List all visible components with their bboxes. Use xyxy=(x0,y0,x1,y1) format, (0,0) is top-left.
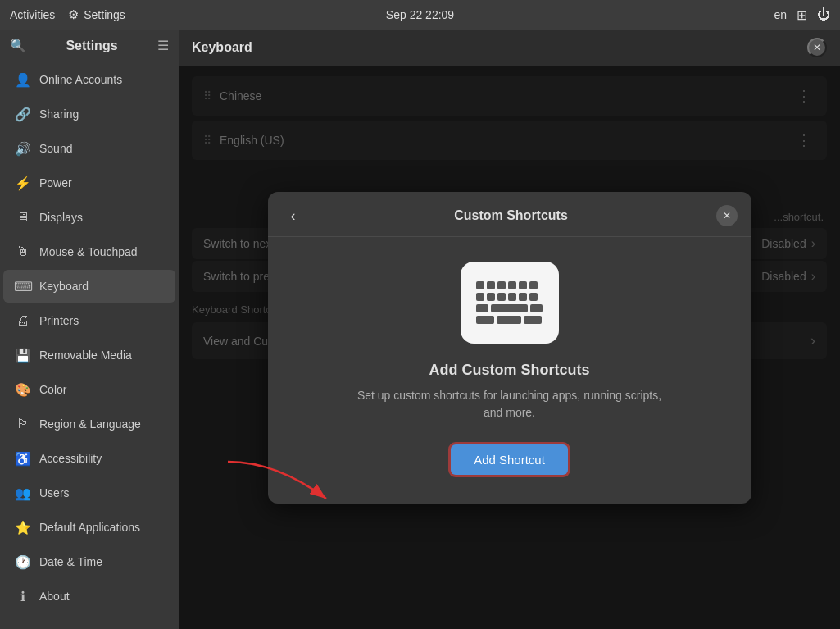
arrow-svg xyxy=(211,454,375,519)
dialog-close-button[interactable]: ✕ xyxy=(716,205,738,226)
sidebar-item-label: Default Applications xyxy=(39,521,140,534)
sidebar-title: Settings xyxy=(66,39,117,53)
dialog-description: Set up custom shortcuts for launching ap… xyxy=(354,387,665,422)
sidebar-item-region-language[interactable]: 🏳 Region & Language xyxy=(3,408,175,440)
content-area: Keyboard ✕ ⠿ Chinese ⋮ ⠿ English (US) ⋮ xyxy=(179,30,840,629)
sidebar-item-label: About xyxy=(39,590,70,603)
sidebar-item-label: Keyboard xyxy=(39,280,89,293)
sidebar-item-mouse-touchpad[interactable]: 🖱 Mouse & Touchpad xyxy=(3,235,175,268)
sidebar-item-label: Power xyxy=(39,176,72,189)
dialog-header: ‹ Custom Shortcuts ✕ xyxy=(268,192,751,237)
add-shortcut-button[interactable]: Add Shortcut xyxy=(451,444,568,475)
power-icon[interactable]: ⏻ xyxy=(817,7,830,22)
topbar-datetime: Sep 22 22:09 xyxy=(386,8,454,21)
dialog-heading: Add Custom Shortcuts xyxy=(429,362,590,379)
dialog-back-button[interactable]: ‹ xyxy=(281,203,306,228)
arrow-annotation xyxy=(211,454,375,522)
sidebar-item-displays[interactable]: 🖥 Displays xyxy=(3,201,175,234)
keyboard-icon: ⌨ xyxy=(15,278,31,294)
region-icon: 🏳 xyxy=(15,416,31,432)
main-layout: 🔍 Settings ☰ 👤 Online Accounts 🔗 Sharing… xyxy=(0,30,840,629)
content-body: ⠿ Chinese ⋮ ⠿ English (US) ⋮ ...shortcut… xyxy=(179,66,840,629)
default-apps-icon: ⭐ xyxy=(15,519,31,536)
sidebar-item-label: Users xyxy=(39,486,70,499)
content-header: Keyboard ✕ xyxy=(179,30,840,66)
color-icon: 🎨 xyxy=(15,381,31,398)
sidebar-item-label: Online Accounts xyxy=(39,73,122,86)
sidebar-item-about[interactable]: ℹ About xyxy=(3,580,175,613)
svg-rect-16 xyxy=(497,316,521,324)
online-accounts-icon: 👤 xyxy=(15,71,31,88)
topbar-lang: en xyxy=(774,8,787,21)
sidebar-item-label: Sharing xyxy=(39,107,79,121)
menu-icon[interactable]: ☰ xyxy=(157,38,169,53)
printers-icon: 🖨 xyxy=(15,312,31,329)
network-icon: ⊞ xyxy=(797,7,807,23)
sidebar-item-label: Mouse & Touchpad xyxy=(39,245,138,258)
svg-rect-3 xyxy=(508,281,516,289)
sidebar-item-color[interactable]: 🎨 Color xyxy=(3,373,175,406)
svg-rect-1 xyxy=(487,281,495,289)
search-icon[interactable]: 🔍 xyxy=(10,38,26,53)
gear-icon: ⚙ xyxy=(68,7,79,22)
svg-rect-6 xyxy=(476,293,484,301)
sidebar: 🔍 Settings ☰ 👤 Online Accounts 🔗 Sharing… xyxy=(0,30,179,629)
svg-rect-10 xyxy=(519,293,527,301)
dialog-overlay: ‹ Custom Shortcuts ✕ xyxy=(179,66,840,629)
content-title: Keyboard xyxy=(192,40,252,55)
sidebar-item-accessibility[interactable]: ♿ Accessibility xyxy=(3,442,175,475)
svg-rect-9 xyxy=(508,293,516,301)
topbar-right: en ⊞ ⏻ xyxy=(774,7,830,23)
mouse-icon: 🖱 xyxy=(15,244,31,260)
svg-rect-15 xyxy=(476,316,494,324)
sidebar-item-sharing[interactable]: 🔗 Sharing xyxy=(3,98,175,130)
users-icon: 👥 xyxy=(15,485,31,501)
sidebar-item-power[interactable]: ⚡ Power xyxy=(3,166,175,199)
svg-rect-5 xyxy=(529,281,538,289)
sidebar-item-label: Color xyxy=(39,383,66,396)
power-icon: ⚡ xyxy=(15,175,31,191)
svg-rect-13 xyxy=(491,304,528,312)
sidebar-header: 🔍 Settings ☰ xyxy=(0,30,179,62)
keyboard-illustration xyxy=(461,262,559,344)
svg-rect-8 xyxy=(497,293,506,301)
sidebar-item-date-time[interactable]: 🕐 Date & Time xyxy=(3,545,175,578)
about-icon: ℹ xyxy=(15,588,31,604)
svg-rect-14 xyxy=(530,304,543,312)
svg-rect-17 xyxy=(524,316,542,324)
svg-rect-11 xyxy=(529,293,538,301)
content-close-button[interactable]: ✕ xyxy=(807,38,827,57)
accessibility-icon: ♿ xyxy=(15,450,31,467)
svg-rect-0 xyxy=(476,281,484,289)
sidebar-item-label: Removable Media xyxy=(39,349,132,362)
sidebar-item-keyboard[interactable]: ⌨ Keyboard xyxy=(3,270,175,303)
dialog-title: Custom Shortcuts xyxy=(454,208,568,223)
svg-rect-2 xyxy=(497,281,506,289)
sidebar-item-label: Accessibility xyxy=(39,452,102,465)
sidebar-item-default-applications[interactable]: ⭐ Default Applications xyxy=(3,511,175,544)
topbar: Activities ⚙ Settings Sep 22 22:09 en ⊞ … xyxy=(0,0,840,30)
sidebar-item-sound[interactable]: 🔊 Sound xyxy=(3,132,175,165)
svg-rect-7 xyxy=(487,293,495,301)
removable-media-icon: 💾 xyxy=(15,347,31,363)
topbar-settings-label: Settings xyxy=(84,8,125,21)
svg-rect-12 xyxy=(476,304,488,312)
sidebar-item-removable-media[interactable]: 💾 Removable Media xyxy=(3,339,175,371)
sidebar-item-label: Date & Time xyxy=(39,555,102,568)
sharing-icon: 🔗 xyxy=(15,106,31,122)
displays-icon: 🖥 xyxy=(15,209,31,226)
activities-button[interactable]: Activities xyxy=(10,8,55,21)
datetime-icon: 🕐 xyxy=(15,554,31,570)
sound-icon: 🔊 xyxy=(15,140,31,157)
sidebar-item-label: Sound xyxy=(39,142,72,155)
sidebar-item-label: Displays xyxy=(39,211,83,224)
topbar-settings: ⚙ Settings xyxy=(68,7,125,22)
sidebar-item-users[interactable]: 👥 Users xyxy=(3,476,175,509)
svg-rect-4 xyxy=(519,281,527,289)
sidebar-item-printers[interactable]: 🖨 Printers xyxy=(3,304,175,337)
keyboard-svg-icon xyxy=(473,274,547,331)
sidebar-item-online-accounts[interactable]: 👤 Online Accounts xyxy=(3,63,175,96)
sidebar-item-label: Printers xyxy=(39,314,79,327)
topbar-left: Activities ⚙ Settings xyxy=(10,7,125,22)
sidebar-item-label: Region & Language xyxy=(39,417,141,431)
